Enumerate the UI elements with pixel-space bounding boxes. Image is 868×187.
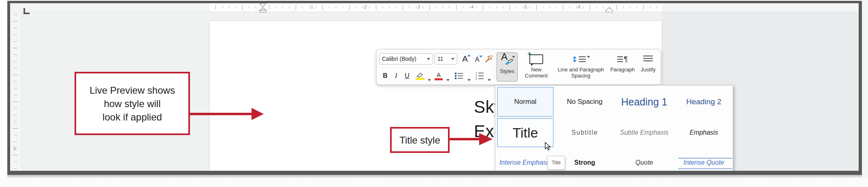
frame-border-top [7,1,859,3]
numbering-icon: 1 2 3 [475,71,484,80]
line-spacing-label: Spacing [572,73,591,79]
callout-arrowhead-icon [252,108,264,120]
style-normal[interactable]: Normal [497,87,554,117]
ruler-number: 5 [522,4,530,9]
style-label: Heading 2 [686,97,721,106]
style-label: Emphasis [689,129,718,136]
styles-button[interactable]: A Styles [497,52,518,82]
chevron-down-icon [451,58,454,60]
style-label: Title [513,125,538,141]
highlight-button[interactable] [414,71,426,81]
grow-font-button[interactable]: A [459,53,471,64]
plus-icon: + [527,51,531,57]
chevron-down-icon [428,79,431,81]
mini-toolbar: Calibri (Body) 11 A A B I U [376,49,661,85]
highlighter-pen-icon [416,72,424,77]
line-spacing-button[interactable]: ↕ Line and Paragraph Spacing [556,52,606,83]
bullets-dropdown[interactable] [467,75,471,85]
numbering-digit: 3 [475,77,478,80]
line-spacing-label: Line and Paragraph [558,67,604,73]
outside-background [862,0,868,187]
word-screenshot: 1 2 3 4 5 6 1 Skyline·Metro·Grill·Chef·N… [0,0,868,187]
grow-font-icon: A [462,54,468,64]
intense-quote-bottom-rule [678,168,732,169]
line-spacing-lines-icon [579,56,586,62]
first-line-indent-marker[interactable] [259,3,267,7]
shrink-font-icon: A [475,56,480,63]
frame-shadow [7,175,862,178]
chevron-down-icon [446,79,450,81]
font-color-dropdown[interactable] [446,75,450,85]
font-size-combo[interactable]: 11 [435,53,457,64]
font-name-value: Calibri (Body) [382,56,427,62]
shrink-font-button[interactable]: A [472,54,482,64]
style-heading-1[interactable]: Heading 1 [614,87,674,117]
font-name-combo[interactable]: Calibri (Body) [379,53,433,64]
format-painter-button[interactable] [483,53,495,64]
style-label: Intense Emphasis [499,159,551,166]
vertical-ruler[interactable]: 1 [10,12,22,171]
paragraph-label: Paragraph [610,67,635,73]
callout-line: Title style [399,133,440,147]
style-intense-emphasis[interactable]: Intense Emphasis [495,153,555,171]
new-comment-icon: + [529,54,543,64]
new-comment-button[interactable]: + New Comment [522,52,551,83]
callout-line: look if applied [90,110,175,124]
ruler-number: 1 [10,146,19,151]
font-color-icon: A [437,72,441,78]
toolbar-separator [495,52,495,81]
style-label: No Spacing [567,98,603,106]
frame-border-left [7,1,10,175]
font-color-swatch [435,78,443,80]
frame-border-right [859,1,862,175]
style-label: Strong [574,159,595,166]
style-subtle-emphasis[interactable]: Subtle Emphasis [614,118,674,147]
style-heading-2[interactable]: Heading 2 [674,87,733,117]
justify-button[interactable]: Justify [638,52,659,83]
font-color-button[interactable]: A [433,71,444,81]
chevron-down-icon [488,79,491,81]
style-quote[interactable]: Quote [614,153,674,171]
styles-button-label: Styles [500,68,514,74]
numbering-dropdown[interactable] [487,75,492,85]
paragraph-lines-icon [617,56,623,62]
pilcrow-icon: ¶ [624,56,628,62]
ruler-number: 4 [468,4,476,9]
style-emphasis[interactable]: Emphasis [674,118,733,147]
highlight-dropdown[interactable] [427,75,432,85]
right-indent-marker[interactable] [606,7,613,13]
tab-stop-left-icon [23,8,30,14]
bold-button[interactable]: B [380,71,390,81]
callout-title-style: Title style [390,127,450,153]
bullets-button[interactable] [453,71,465,81]
style-label: Subtitle [572,129,598,136]
ruler-number: 6 [575,4,583,9]
highlight-color-swatch [416,78,424,80]
style-label: Heading 1 [621,96,668,108]
outside-background [0,0,7,187]
underline-button[interactable]: U [402,71,412,81]
ruler-ticks [210,5,662,10]
outside-background [0,178,868,187]
callout-live-preview: Live Preview shows how style will look i… [75,72,190,135]
style-no-spacing[interactable]: No Spacing [555,87,614,117]
callout-arrow [450,138,479,140]
callout-arrowhead-icon [479,133,493,145]
chevron-down-icon [467,79,471,81]
style-label: Normal [514,98,537,106]
style-subtitle[interactable]: Subtitle [555,118,614,147]
italic-button[interactable]: I [391,71,401,81]
numbering-button[interactable]: 1 2 3 [473,71,485,81]
justify-label: Justify [641,67,656,73]
callout-arrow [190,113,252,115]
ruler-number: 2 [361,4,369,9]
left-indent-marker[interactable] [259,7,267,13]
font-size-value: 11 [437,56,451,62]
format-painter-brush-icon [484,54,494,64]
tab-stop-selector[interactable] [10,3,22,12]
ruler-number: 3 [415,4,423,9]
styles-brush-icon [504,58,514,66]
horizontal-ruler[interactable]: 1 2 3 4 5 6 [210,3,662,11]
style-tooltip: Title [547,156,565,170]
paragraph-settings-button[interactable]: ¶ Paragraph [609,52,636,83]
